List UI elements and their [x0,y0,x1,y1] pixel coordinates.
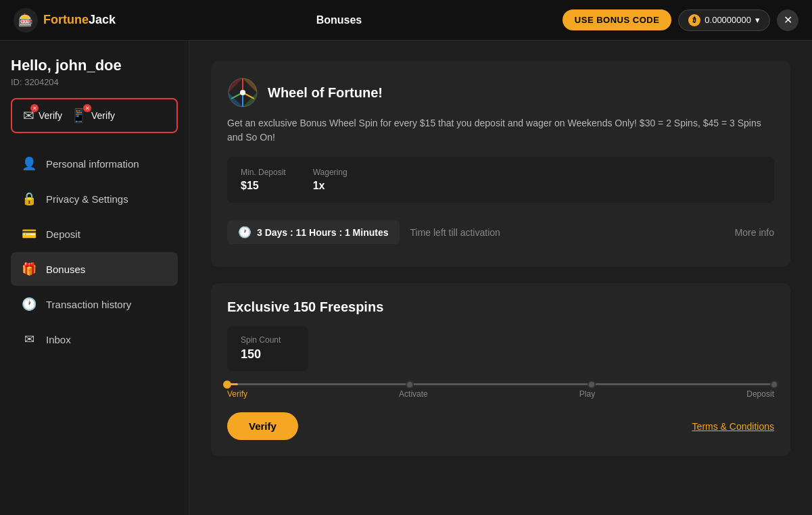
track-wrapper [227,383,774,385]
label-play: Play [579,389,595,399]
progress-labels: Verify Activate Play Deposit [227,389,774,399]
verify-button[interactable]: Verify [227,412,298,440]
logo-icon: 🎰 [14,8,38,32]
sidebar-item-deposit-label: Deposit [46,228,80,240]
coin-icon: ₿ [688,14,700,26]
label-verify: Verify [227,389,247,399]
balance-value: 0.00000000 [704,15,751,25]
header-nav-bonuses[interactable]: Bonuses [316,14,362,26]
wheel-header: Wheel of Fortune! [227,77,774,108]
spin-count-value: 150 [241,347,295,362]
header-right: USE BONUS CODE ₿ 0.00000000 ▾ ✕ [563,9,798,31]
verify-email-icon-wrap: ✉ ✕ [23,107,34,124]
label-activate: Activate [399,389,428,399]
email-badge: ✕ [30,104,39,112]
main-layout: Hello, john_doe ID: 3204204 ✉ ✕ Verify 📱… [0,41,812,515]
sidebar-item-transactions[interactable]: 🕐 Transaction history [11,287,178,321]
wheel-description: Get an exclusive Bonus Wheel Spin for ev… [227,116,774,145]
bottom-row: Verify Terms & Conditions [227,412,774,440]
timer-row: 🕐 3 Days : 11 Hours : 1 Minutes Time lef… [227,214,774,251]
spin-count-box: Spin Count 150 [227,326,308,371]
track-dot-play [588,381,596,389]
close-button[interactable]: ✕ [777,9,798,31]
wagering-label: Wagering [313,168,348,177]
track-dot-verify [223,381,231,389]
verify-email-item[interactable]: ✉ ✕ Verify [23,107,62,124]
freespins-section: Exclusive 150 Freespins Spin Count 150 [211,283,790,456]
sidebar-item-bonuses[interactable]: 🎁 Bonuses [11,252,178,286]
header: 🎰 FortuneJack Bonuses USE BONUS CODE ₿ 0… [0,0,812,41]
chevron-down-icon: ▾ [755,15,760,25]
dot-container [227,381,774,389]
clock-icon: 🕐 [22,297,37,312]
min-deposit-label: Min. Deposit [241,168,286,177]
logo-text: FortuneJack [43,13,116,27]
wheel-title: Wheel of Fortune! [268,85,383,101]
verify-phone-item[interactable]: 📱 ✕ Verify [70,107,115,124]
user-icon: 👤 [22,156,37,171]
phone-badge: ✕ [83,104,91,112]
wheel-icon [227,77,258,108]
terms-link[interactable]: Terms & Conditions [692,421,774,432]
card-icon: 💳 [22,226,37,241]
timer-value: 3 Days : 11 Hours : 1 Minutes [257,227,389,238]
track-dot-activate [406,381,414,389]
verify-phone-icon-wrap: 📱 ✕ [70,107,87,124]
sidebar-item-privacy[interactable]: 🔒 Privacy & Settings [11,182,178,216]
user-greeting: Hello, john_doe [11,57,178,74]
verify-box: ✉ ✕ Verify 📱 ✕ Verify [11,98,178,133]
inbox-icon: ✉ [22,332,37,347]
progress-area: Verify Activate Play Deposit [227,383,774,399]
wagering-value: 1x [313,180,348,192]
use-bonus-button[interactable]: USE BONUS CODE [563,9,671,30]
sidebar-item-deposit[interactable]: 💳 Deposit [11,217,178,251]
wagering-stat: Wagering 1x [313,168,348,192]
wheel-section: Wheel of Fortune! Get an exclusive Bonus… [211,61,790,267]
gift-icon: 🎁 [22,262,37,276]
lock-icon: 🔒 [22,191,37,206]
min-deposit-value: $15 [241,180,286,192]
verify-email-label: Verify [39,110,62,121]
min-deposit-stat: Min. Deposit $15 [241,168,286,192]
sidebar-item-privacy-label: Privacy & Settings [46,193,128,205]
verify-phone-label: Verify [91,110,115,121]
user-id: ID: 3204204 [11,77,178,87]
timer-badge: 🕐 3 Days : 11 Hours : 1 Minutes [227,220,400,244]
main-content: Wheel of Fortune! Get an exclusive Bonus… [189,41,812,515]
timer-icon: 🕐 [238,226,252,239]
spin-count-label: Spin Count [241,335,295,345]
sidebar-item-bonuses-label: Bonuses [46,264,85,275]
logo[interactable]: 🎰 FortuneJack [14,8,116,32]
svg-point-1 [240,90,245,95]
sidebar-item-inbox-label: Inbox [46,334,71,345]
balance-button[interactable]: ₿ 0.00000000 ▾ [678,9,770,31]
sidebar-item-inbox[interactable]: ✉ Inbox [11,322,178,356]
wheel-stats: Min. Deposit $15 Wagering 1x [227,157,774,203]
sidebar-item-personal-label: Personal information [46,158,139,170]
label-deposit: Deposit [746,389,774,399]
sidebar-item-transactions-label: Transaction history [46,299,131,310]
timer-sublabel: Time left till activation [410,227,500,238]
sidebar-item-personal[interactable]: 👤 Personal information [11,147,178,180]
track-dot-deposit [770,381,778,389]
more-info-link[interactable]: More info [735,227,774,238]
sidebar: Hello, john_doe ID: 3204204 ✉ ✕ Verify 📱… [0,41,189,515]
freespins-title: Exclusive 150 Freespins [227,299,774,315]
